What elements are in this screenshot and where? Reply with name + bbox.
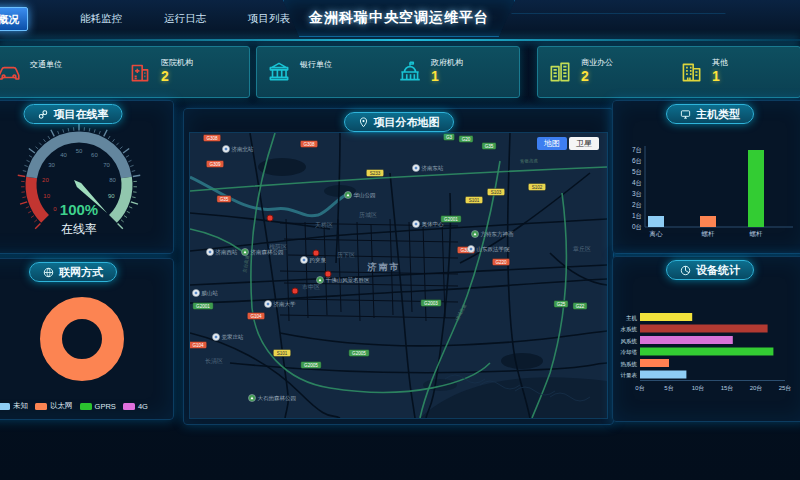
gauge-tick xyxy=(104,130,107,137)
hbar-计量表 xyxy=(640,371,686,379)
district-label: 章丘区 xyxy=(573,245,591,252)
road-badge: G308 xyxy=(300,141,317,148)
gauge-tick xyxy=(48,136,50,139)
hbar-category-label: 冷却塔 xyxy=(621,349,638,355)
map-layer-toggle: 地图卫星 xyxy=(537,137,599,150)
x-tick-label: 0台 xyxy=(635,385,644,392)
gauge-tick xyxy=(99,131,100,134)
gauge-tick xyxy=(68,128,69,131)
gauge-tick xyxy=(127,211,130,213)
panel-device-stats-title: 设备统计 xyxy=(696,263,740,278)
bar-螺杆 xyxy=(748,150,764,227)
legend-label: 以太网 xyxy=(50,401,73,411)
y-axis-label: 2台 xyxy=(632,201,642,209)
station-marker[interactable]: 济南北站 xyxy=(223,146,255,154)
road-badge: G220 xyxy=(492,259,509,266)
poi-label: 奥体中心 xyxy=(422,221,445,227)
gauge-tick xyxy=(20,202,27,204)
stat-label: 交通单位 xyxy=(30,60,62,70)
road-badge: G2005 xyxy=(349,350,370,357)
y-axis-label: 5台 xyxy=(632,168,642,176)
gauge-tick xyxy=(129,207,132,208)
svg-text:G2003: G2003 xyxy=(424,301,438,306)
district-label: 市中区 xyxy=(302,283,320,290)
legend-label: 未知 xyxy=(13,401,28,411)
gauge-segment xyxy=(113,177,127,218)
road-badge: G22 xyxy=(573,303,587,310)
gauge-tick xyxy=(89,128,90,131)
park-marker[interactable]: 千佛山风景名胜区 xyxy=(317,277,371,284)
gauge-tick xyxy=(31,216,34,218)
poi-label: 济南西站 xyxy=(216,249,239,256)
legend-item-未知[interactable]: 未知 xyxy=(0,401,28,411)
gauge-tick xyxy=(128,160,131,161)
station-marker[interactable]: 奥体中心 xyxy=(413,221,445,228)
map-toggle-地图[interactable]: 地图 xyxy=(537,137,567,150)
station-marker[interactable]: 腊山站 xyxy=(193,290,219,297)
tab-overview[interactable]: 概况 xyxy=(0,7,28,31)
network-type-legend: 未知以太网GPRS4G xyxy=(0,401,173,411)
gauge-tick xyxy=(26,207,29,208)
park-marker[interactable]: 华山公园 xyxy=(345,192,376,200)
page-title: 金洲科瑞中央空调运维平台 xyxy=(309,9,489,27)
gauge-tick xyxy=(112,139,114,142)
station-marker[interactable]: 党家庄站 xyxy=(213,334,245,342)
panel-network-type-title: 联网方式 xyxy=(59,265,103,280)
svg-text:S102: S102 xyxy=(532,185,543,190)
station-marker[interactable]: 济南西站 xyxy=(207,249,239,257)
hbar-热系统 xyxy=(640,359,669,367)
poi-label: 山东政法学院 xyxy=(477,246,511,253)
gauge-tick xyxy=(63,129,64,132)
header-decoration xyxy=(511,0,735,14)
svg-text:G220: G220 xyxy=(495,260,507,265)
road-badge: G309 xyxy=(206,161,223,168)
poi-label: 千佛山风景名胜区 xyxy=(326,277,371,283)
station-marker[interactable]: 趵突泉 xyxy=(301,257,327,264)
host-monitor-icon xyxy=(680,109,691,120)
gauge-tick xyxy=(131,202,138,204)
stat-value xyxy=(30,70,62,85)
hbar-冷却塔 xyxy=(640,348,773,356)
svg-text:G20: G20 xyxy=(462,137,471,142)
office-icon xyxy=(547,59,573,85)
gauge-tick xyxy=(116,143,118,146)
road-badge: S103 xyxy=(487,189,504,196)
legend-item-GPRS[interactable]: GPRS xyxy=(80,402,116,411)
legend-item-以太网[interactable]: 以太网 xyxy=(35,401,73,411)
y-axis-label: 4台 xyxy=(632,179,642,187)
gauge-tick xyxy=(35,224,40,229)
road-badge: G2001 xyxy=(193,303,214,310)
road-badge: G308 xyxy=(203,135,220,142)
project-marker[interactable] xyxy=(267,215,273,221)
svg-text:G104: G104 xyxy=(250,314,262,319)
road-name-label: 青银高速 xyxy=(520,157,539,164)
government-icon xyxy=(397,59,423,85)
gauge-tick xyxy=(22,197,25,198)
gauge-tick-label: 80 xyxy=(109,177,116,183)
road-badge: G25 xyxy=(554,301,568,308)
gauge-value: 100% xyxy=(60,201,98,218)
poi-label: 济南东站 xyxy=(422,165,445,172)
project-marker[interactable] xyxy=(292,288,298,294)
station-marker[interactable]: 济南大学 xyxy=(265,301,297,309)
stat-label: 医院机构 xyxy=(161,58,193,68)
stats-pie-icon xyxy=(680,265,691,276)
stat-value: 2 xyxy=(161,68,193,86)
legend-item-4G[interactable]: 4G xyxy=(123,402,148,411)
gauge-tick-label: 30 xyxy=(48,162,55,168)
y-axis-label: 6台 xyxy=(632,157,642,165)
city-label: 济南市 xyxy=(367,262,401,272)
svg-text:G2005: G2005 xyxy=(352,351,366,356)
tab-run-log[interactable]: 运行日志 xyxy=(156,7,214,29)
svg-text:G104: G104 xyxy=(192,343,204,348)
map-canvas[interactable]: 京台高速绕城高速青银高速槐荫区天桥区历城区历下区市中区长清区章丘区济南市G308… xyxy=(189,132,608,419)
stat-label: 商业办公 xyxy=(581,58,613,68)
project-marker[interactable] xyxy=(313,250,319,256)
project-marker[interactable] xyxy=(325,271,331,277)
map-toggle-卫星[interactable]: 卫星 xyxy=(569,137,599,150)
device-stats-bar-chart: 主机水系统风系统冷却塔热系统计量表0台5台10台15台20台25台 xyxy=(619,279,800,417)
station-marker[interactable]: 济南东站 xyxy=(413,165,445,173)
road-badge: G20 xyxy=(459,136,473,143)
legend-swatch xyxy=(80,403,92,410)
tab-energy-monitor[interactable]: 能耗监控 xyxy=(72,7,130,29)
